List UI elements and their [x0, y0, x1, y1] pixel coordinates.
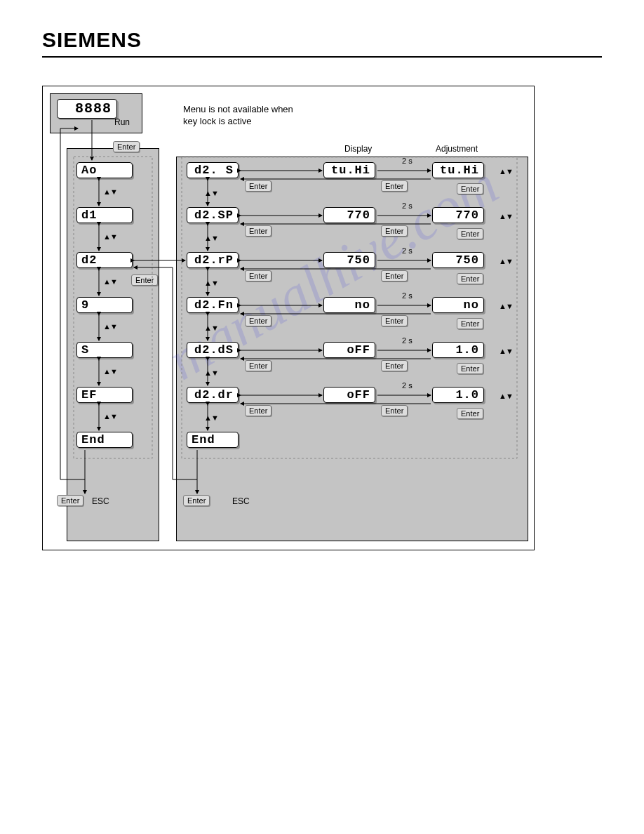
enter-button-r3b: Enter: [381, 315, 408, 326]
updown-r4: ▲▼: [204, 369, 218, 377]
enter-button-r4b: Enter: [381, 360, 408, 371]
updown-left-0: ▲▼: [103, 187, 117, 196]
enter-button-r0c: Enter: [457, 183, 483, 194]
lcd-param-3: d2.Fn: [187, 297, 239, 313]
enter-button-r3a: Enter: [245, 315, 271, 326]
updown-left-2: ▲▼: [103, 277, 117, 286]
lcd-left-1: d1: [76, 207, 133, 223]
menu-flow-diagram: manualhive.com 8888 Run Enter Menu is no…: [42, 86, 535, 550]
updown-r2: ▲▼: [204, 279, 218, 287]
updown-adj-2: ▲▼: [499, 257, 513, 265]
lcd-adjust-0: tu.Hi: [432, 162, 484, 178]
enter-button-left-bottom: Enter: [57, 495, 83, 506]
enter-button-r2a: Enter: [245, 270, 271, 282]
lcd-param-1: d2.SP: [187, 207, 239, 223]
lcd-display-3: no: [323, 297, 375, 313]
enter-button-r4c: Enter: [457, 363, 483, 374]
enter-button-r5b: Enter: [381, 405, 408, 416]
lcd-adjust-5: 1.0: [432, 387, 484, 403]
updown-adj-4: ▲▼: [499, 347, 513, 355]
lcd-adjust-1: 770: [432, 207, 484, 223]
enter-button-r1b: Enter: [381, 225, 408, 237]
enter-button-d2: Enter: [131, 274, 158, 286]
lcd-display-0: tu.Hi: [323, 162, 375, 178]
label-2s-2: 2 s: [402, 246, 412, 255]
label-2s-4: 2 s: [402, 336, 412, 345]
label-esc-right: ESC: [232, 496, 250, 506]
enter-button-r3c: Enter: [457, 318, 483, 329]
enter-button-right-bottom: Enter: [183, 495, 210, 506]
lcd-display-4: oFF: [323, 342, 375, 358]
enter-button-r0b: Enter: [381, 180, 408, 192]
lcd-param-5: d2.dr: [187, 387, 239, 403]
enter-button-top: Enter: [113, 141, 140, 152]
lcd-display-2: 750: [323, 252, 375, 268]
lcd-adjust-2: 750: [432, 252, 484, 268]
updown-left-4: ▲▼: [103, 367, 117, 376]
note-keylock: Menu is not available when key lock is a…: [183, 104, 309, 128]
lcd-left-2: d2: [76, 252, 133, 268]
updown-r1: ▲▼: [204, 234, 218, 242]
label-2s-0: 2 s: [402, 157, 412, 165]
enter-button-r1c: Enter: [457, 228, 483, 239]
updown-adj-0: ▲▼: [499, 167, 513, 176]
updown-adj-3: ▲▼: [499, 302, 513, 310]
lcd-left-5: EF: [76, 387, 133, 403]
updown-r5: ▲▼: [204, 413, 218, 422]
label-run: Run: [114, 117, 130, 127]
lcd-left-4: S: [76, 342, 133, 358]
enter-button-r4a: Enter: [245, 360, 271, 371]
lcd-param-4: d2.dS: [187, 342, 239, 358]
label-2s-3: 2 s: [402, 291, 412, 300]
updown-left-1: ▲▼: [103, 232, 117, 241]
header-display: Display: [344, 144, 372, 154]
lcd-param-2: d2.rP: [187, 252, 239, 268]
enter-button-r2c: Enter: [457, 273, 483, 284]
enter-button-r5a: Enter: [245, 405, 271, 416]
enter-button-r5c: Enter: [457, 408, 483, 419]
lcd-run: 8888: [57, 99, 117, 119]
lcd-adjust-4: 1.0: [432, 342, 484, 358]
updown-left-3: ▲▼: [103, 322, 117, 331]
lcd-param-0: d2. S: [187, 162, 239, 178]
updown-r0: ▲▼: [204, 189, 218, 197]
enter-button-r1a: Enter: [245, 225, 271, 237]
label-esc-left: ESC: [92, 496, 109, 506]
updown-left-5: ▲▼: [103, 412, 117, 421]
updown-r3: ▲▼: [204, 324, 218, 332]
lcd-right-end: End: [187, 432, 239, 448]
lcd-display-5: oFF: [323, 387, 375, 403]
updown-adj-5: ▲▼: [499, 392, 513, 400]
label-2s-5: 2 s: [402, 381, 412, 390]
lcd-left-6: End: [76, 432, 133, 448]
lcd-left-3: 9: [76, 297, 133, 313]
brand-logo: SIEMENS: [42, 28, 602, 58]
header-adjustment: Adjustment: [436, 144, 478, 154]
lcd-display-1: 770: [323, 207, 375, 223]
updown-adj-1: ▲▼: [499, 212, 513, 220]
enter-button-r0a: Enter: [245, 180, 271, 192]
lcd-left-0: Ao: [76, 162, 133, 178]
lcd-adjust-3: no: [432, 297, 484, 313]
label-2s-1: 2 s: [402, 201, 412, 210]
enter-button-r2b: Enter: [381, 270, 408, 282]
